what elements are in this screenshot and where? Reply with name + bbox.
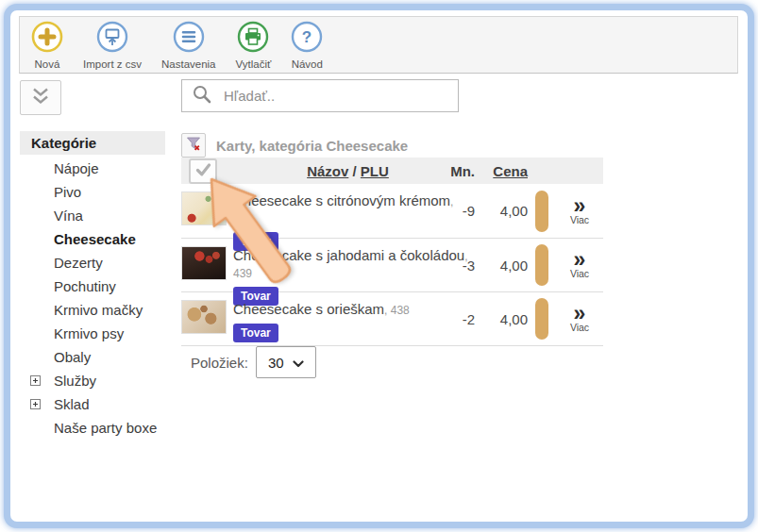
sidebar-item-krmivo-psy[interactable]: Krmivo psy <box>10 322 180 345</box>
help-icon: ? <box>291 21 323 57</box>
new-card-button[interactable]: Nová <box>31 21 63 70</box>
app-window: Nová Import z csv Nastavenia <box>4 4 754 528</box>
sidebar-item-napoje[interactable]: Nápoje <box>10 157 180 180</box>
svg-text:?: ? <box>302 28 312 46</box>
stock-bar <box>535 244 548 286</box>
quantity-value: -2 <box>416 292 475 345</box>
product-thumbnail <box>181 300 227 334</box>
table-row: Cheesecake s orieškam, 438 Tovar -2 4,00… <box>181 292 603 346</box>
sidebar-item-vina[interactable]: Vína <box>10 204 180 227</box>
sidebar-item-krmivo-macky[interactable]: Krmivo mačky <box>10 298 180 322</box>
filter-remove-icon <box>186 136 201 155</box>
stock-bar <box>535 298 548 340</box>
printer-icon <box>237 21 269 57</box>
sidebar-item-sluzby[interactable]: Služby <box>10 369 180 392</box>
sidebar-header-kategorie[interactable]: Kategórie <box>20 131 165 155</box>
items-per-page-label: Položiek: <box>191 355 248 371</box>
double-chevron-right-icon: » <box>574 251 586 268</box>
toolbar-button-label: Návod <box>292 58 323 70</box>
chevrons-down-icon <box>28 88 53 108</box>
toolbar-button-label: Nová <box>35 58 60 70</box>
sidebar: Kategórie Nápoje Pivo Vína Cheesecake De… <box>10 131 180 440</box>
plus-icon <box>31 21 63 57</box>
title-row: Karty, kategória Cheesecake <box>181 133 408 158</box>
sidebar-item-obaly[interactable]: Obaly <box>10 345 180 369</box>
price-value: 4,00 <box>475 239 528 291</box>
double-chevron-right-icon: » <box>574 305 586 322</box>
toolbar-button-label: Nastavenia <box>161 58 216 70</box>
table-row: Cheesecake s citrónovým krémom, 437 Tova… <box>181 184 603 239</box>
column-header-mn: Mn. <box>416 163 475 179</box>
import-csv-icon <box>96 21 128 57</box>
sidebar-item-dezerty[interactable]: Dezerty <box>10 251 180 274</box>
column-header-cena: Cena <box>475 163 528 179</box>
more-button[interactable]: » Viac <box>556 184 603 238</box>
pagination: Položiek: 30 <box>191 346 316 378</box>
page-title: Karty, kategória Cheesecake <box>216 138 408 154</box>
product-type-badge: Tovar <box>233 324 278 342</box>
product-thumbnail <box>181 246 227 280</box>
toolbar-button-label: Vytlačiť <box>236 58 272 70</box>
price-value: 4,00 <box>475 184 528 238</box>
sidebar-item-nase-party-boxe[interactable]: Naše party boxe <box>10 416 180 440</box>
checkmark-icon <box>195 163 211 179</box>
help-button[interactable]: ? Návod <box>291 21 323 70</box>
quantity-value: -9 <box>416 184 475 238</box>
sidebar-item-pochutiny[interactable]: Pochutiny <box>10 274 180 298</box>
toolbar-button-label: Import z csv <box>83 58 142 70</box>
sort-by-plu-link[interactable]: PLU <box>361 163 389 179</box>
chevron-down-icon <box>293 355 304 371</box>
more-button[interactable]: » Viac <box>556 292 603 345</box>
select-all-checkbox[interactable] <box>189 158 217 184</box>
product-plu: , 438 <box>384 304 410 317</box>
sidebar-item-cheesecake[interactable]: Cheesecake <box>10 227 180 251</box>
search-box <box>181 79 459 112</box>
search-icon <box>192 84 212 108</box>
items-per-page-select[interactable]: 30 <box>256 346 316 378</box>
sidebar-item-sklad[interactable]: Sklad <box>10 392 180 416</box>
more-button[interactable]: » Viac <box>556 239 603 291</box>
search-input[interactable] <box>222 87 443 105</box>
column-header-nazov-plu: Názov / PLU <box>227 163 416 179</box>
product-thumbnail <box>181 191 227 225</box>
toolbar: Nová Import z csv Nastavenia <box>19 16 738 74</box>
sidebar-item-pivo[interactable]: Pivo <box>10 180 180 204</box>
quantity-value: -3 <box>416 239 475 291</box>
settings-button[interactable]: Nastavenia <box>161 21 216 70</box>
stock-bar <box>535 191 548 232</box>
sidebar-collapse-button[interactable] <box>20 80 61 115</box>
product-name: Cheesecake s orieškam <box>233 301 384 317</box>
category-list: Nápoje Pivo Vína Cheesecake Dezerty Poch… <box>10 157 180 440</box>
print-button[interactable]: Vytlačiť <box>236 21 272 70</box>
price-value: 4,00 <box>475 292 528 345</box>
double-chevron-right-icon: » <box>574 197 586 214</box>
sort-by-name-link[interactable]: Názov <box>307 163 348 179</box>
sort-by-price-link[interactable]: Cena <box>493 163 528 179</box>
clear-filter-button[interactable] <box>181 133 206 158</box>
expand-plus-icon[interactable] <box>30 375 41 386</box>
products-table: Názov / PLU Mn. Cena Cheesecake s citrón… <box>181 158 603 346</box>
table-row: Cheesecake s jahodami a čokoládou, 439 T… <box>181 239 603 292</box>
table-header: Názov / PLU Mn. Cena <box>181 158 603 184</box>
import-csv-button[interactable]: Import z csv <box>83 21 142 70</box>
settings-icon <box>173 21 205 57</box>
expand-plus-icon[interactable] <box>30 399 41 409</box>
